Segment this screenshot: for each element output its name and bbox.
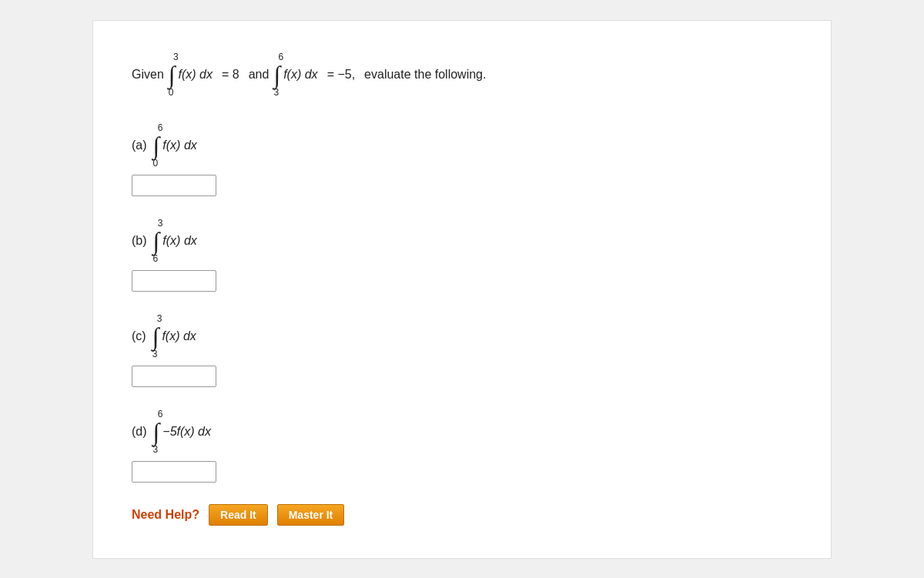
- part-b-integral: 3 ∫ 6 f(x) dx: [153, 218, 197, 264]
- given-int1-integrand: f(x) dx: [179, 68, 213, 82]
- part-d-letter: (d): [132, 425, 147, 439]
- part-d-symbol: ∫: [153, 419, 160, 444]
- part-d-input[interactable]: [132, 461, 216, 483]
- part-a: (a) 6 ∫ 0 f(x) dx: [132, 122, 792, 196]
- part-a-lower: 0: [153, 158, 159, 169]
- part-b-lower: 6: [153, 253, 159, 264]
- given-int2-integrand: f(x) dx: [283, 68, 317, 82]
- part-d-lower: 3: [153, 444, 159, 455]
- given-integral-1: 3 ∫ 0 f(x) dx: [169, 52, 213, 98]
- part-a-integral: 6 ∫ 0 f(x) dx: [153, 122, 197, 169]
- given-integral-2: 6 ∫ 3 f(x) dx: [273, 52, 317, 98]
- part-c-letter: (c): [132, 329, 146, 343]
- part-c-symbol: ∫: [152, 324, 159, 349]
- part-b-integrand: f(x) dx: [162, 234, 196, 248]
- part-c-lower: 3: [152, 349, 158, 359]
- main-card: Given 3 ∫ 0 f(x) dx = 8 and 6 ∫ 3 f(x) d…: [92, 20, 832, 559]
- part-a-letter: (a): [132, 139, 147, 152]
- part-b: (b) 3 ∫ 6 f(x) dx: [132, 218, 792, 292]
- part-b-input[interactable]: [132, 270, 216, 292]
- part-c-integrand: f(x) dx: [162, 329, 196, 343]
- part-d-integrand: −5f(x) dx: [162, 425, 211, 439]
- part-d-integral: 6 ∫ 3 −5f(x) dx: [153, 409, 211, 455]
- evaluate-text: evaluate the following.: [364, 68, 486, 82]
- need-help-section: Need Help? Read It Master It: [132, 504, 792, 526]
- part-c-label: (c) 3 ∫ 3 f(x) dx: [132, 313, 792, 359]
- read-it-button[interactable]: Read It: [209, 504, 268, 526]
- given-and-text: and: [249, 68, 270, 82]
- part-d: (d) 6 ∫ 3 −5f(x) dx: [132, 409, 792, 483]
- part-b-symbol: ∫: [153, 229, 160, 253]
- given-statement: Given 3 ∫ 0 f(x) dx = 8 and 6 ∫ 3 f(x) d…: [132, 52, 792, 98]
- part-a-integrand: f(x) dx: [162, 139, 196, 152]
- part-c: (c) 3 ∫ 3 f(x) dx: [132, 313, 792, 387]
- given-int1-equals: = 8: [222, 68, 239, 82]
- given-text: Given: [132, 68, 164, 82]
- part-b-letter: (b): [132, 234, 147, 248]
- given-int1-lower: 0: [169, 87, 174, 98]
- master-it-button[interactable]: Master It: [277, 504, 345, 526]
- part-a-label: (a) 6 ∫ 0 f(x) dx: [132, 122, 792, 169]
- given-int2-lower: 3: [273, 87, 279, 98]
- part-b-label: (b) 3 ∫ 6 f(x) dx: [132, 218, 792, 264]
- part-a-symbol: ∫: [153, 133, 160, 158]
- part-c-integral: 3 ∫ 3 f(x) dx: [152, 313, 196, 359]
- given-int2-equals: = −5,: [327, 68, 355, 82]
- given-int1-symbol: ∫: [169, 62, 176, 87]
- part-d-label: (d) 6 ∫ 3 −5f(x) dx: [132, 409, 792, 455]
- given-int2-symbol: ∫: [273, 62, 280, 87]
- parts-container: (a) 6 ∫ 0 f(x) dx (b) 3 ∫: [132, 122, 792, 483]
- need-help-text: Need Help?: [132, 508, 199, 522]
- part-a-input[interactable]: [132, 175, 216, 196]
- part-c-input[interactable]: [132, 366, 216, 387]
